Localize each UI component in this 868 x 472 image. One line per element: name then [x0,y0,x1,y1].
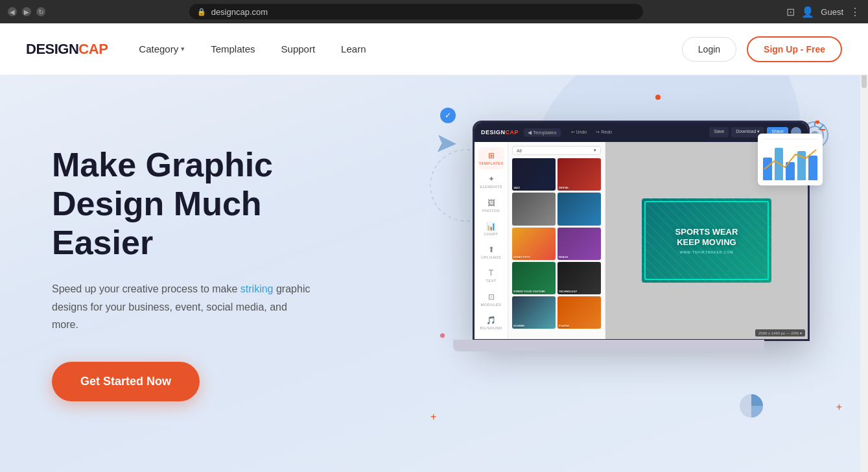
logo-cap-text: CAP [78,41,108,57]
app-body: ⊞ TEMPLATES ✦ ELEMENTS 🖼 PHOTOS 📊 [475,142,808,339]
hero-visual: ✓ + + [440,95,842,458]
template-thumb-6: REACH [557,228,601,260]
sidebar-uploads: ⬆ UPLOADS [478,241,504,263]
template-filter: All ▾ [512,146,601,155]
text-icon: T [489,268,493,277]
paper-plane-icon [437,134,458,159]
template-thumb-2: DIGITAL [557,158,601,191]
template-thumb-8: TECHNOLOGY [557,262,601,294]
app-sidebar: ⊞ TEMPLATES ✦ ELEMENTS 🖼 PHOTOS 📊 [475,142,508,339]
modules-icon: ⊡ [488,292,495,301]
logo[interactable]: DESIGNCAP [26,41,108,58]
scrollbar[interactable] [860,75,868,472]
uploads-icon: ⬆ [488,245,495,254]
svg-point-10 [740,394,763,418]
browser-actions: ⊡ 👤 Guest ⋮ [786,6,860,18]
chart-icon: 📊 [486,222,496,231]
nav-links: Category ▾ Templates Support Learn [139,43,682,54]
hero-content: Make Graphic Design Much Easier Speed up… [52,146,311,401]
app-canvas: SPORTS WEAR KEEP MOVING WWW.TSHIRTMAKER.… [605,142,808,339]
login-button[interactable]: Login [682,37,736,62]
cta-button[interactable]: Get Started Now [52,362,200,401]
template-panel: All ▾ JAZZ DIGITAL [508,142,605,339]
canvas-size-bar: 2560 x 1440 px — 20% ▾ [755,329,805,336]
sidebar-templates: ⊞ TEMPLATES [478,147,504,169]
templates-icon: ⊞ [488,151,495,160]
app-header: DESIGNCAP ◀ Templates ↩ Undo ↪ Redo Save… [475,123,808,142]
red-dot-1 [655,95,661,100]
chevron-down-icon: ▾ [181,45,185,53]
template-thumb-4 [557,193,601,225]
svg-line-7 [819,124,824,130]
sidebar-chart: 📊 CHART [478,218,504,240]
nav-item-category[interactable]: Category ▾ [139,43,185,54]
laptop-screen: DESIGNCAP ◀ Templates ↩ Undo ↪ Redo Save… [473,121,810,341]
user-avatar [791,127,801,137]
hero-subtitle: Speed up your creative process to make s… [52,280,311,333]
download-button-app: Download ▾ [731,127,764,137]
sidebar-bgsound: 🎵 BG/SOUND [478,312,504,334]
sidebar-elements: ✦ ELEMENTS [478,171,504,193]
chart-bar-5 [808,156,817,180]
address-bar[interactable]: 🔒 designcap.com [189,4,643,19]
svg-point-9 [815,121,819,124]
bgsound-icon: 🎵 [486,316,496,325]
profile-label: Guest [821,7,843,17]
undo-label: ↩ Undo [571,130,587,135]
sidebar-text: T TEXT [478,265,504,287]
check-circle-icon: ✓ [440,108,456,123]
svg-point-5 [811,131,819,139]
hero-title: Make Graphic Design Much Easier [52,146,311,262]
reload-button[interactable]: ↻ [36,7,45,16]
redo-label: ↪ Redo [596,130,612,135]
nav-item-templates[interactable]: Templates [211,43,255,54]
app-logo: DESIGNCAP [481,129,519,136]
sidebar-modules: ⊡ MODULES [478,289,504,311]
plus-icon-1: + [430,412,436,422]
nav-item-learn[interactable]: Learn [341,43,366,54]
forward-button[interactable]: ▶ [22,7,31,16]
template-thumb-3 [512,193,556,225]
back-button[interactable]: ◀ [8,7,17,16]
template-grid: JAZZ DIGITAL HONEY PETS REACH [512,158,601,329]
navbar: DESIGNCAP Category ▾ Templates Support L… [0,23,868,75]
tab-icon[interactable]: ⊡ [786,6,795,18]
nav-item-support[interactable]: Support [281,43,316,54]
elements-icon: ✦ [488,174,495,183]
svg-marker-0 [438,135,456,152]
sidebar-photos: 🖼 PHOTOS [478,195,504,217]
plus-icon-2: + [836,402,842,412]
lock-icon: 🔒 [197,8,206,16]
profile-icon[interactable]: 👤 [801,6,814,18]
app-header-actions: Save Download ▾ Share [709,127,801,137]
svg-line-1 [438,144,442,152]
template-thumb-1: JAZZ [512,158,556,191]
pink-dot-1 [440,333,445,338]
template-thumb-9: SCHEME [512,296,556,329]
laptop-base [453,340,764,351]
template-thumb-7: STREET FOOD YOUTUBE [512,262,556,294]
signup-button[interactable]: Sign Up - Free [747,36,842,62]
hero-section: Make Graphic Design Much Easier Speed up… [0,75,868,472]
share-button-app: Share [767,127,788,137]
menu-icon[interactable]: ⋮ [850,6,860,18]
pie-chart-icon [738,393,764,419]
canvas-design: SPORTS WEAR KEEP MOVING WWW.TSHIRTMAKER.… [642,198,771,283]
template-thumb-5: HONEY PETS [512,228,556,260]
logo-design-text: DESIGN [26,41,78,57]
save-button-app: Save [709,127,729,137]
template-thumb-10: PLAYER [557,296,601,329]
url-text: designcap.com [211,7,268,17]
photos-icon: 🖼 [487,198,495,207]
browser-chrome: ◀ ▶ ↻ 🔒 designcap.com ⊡ 👤 Guest ⋮ [0,0,868,23]
app-interface: DESIGNCAP ◀ Templates ↩ Undo ↪ Redo Save… [475,123,808,339]
app-back-button: ◀ Templates [524,128,561,137]
nav-actions: Login Sign Up - Free [682,36,842,62]
canvas-title: SPORTS WEAR KEEP MOVING [675,227,738,247]
scrollbar-thumb[interactable] [862,75,867,88]
